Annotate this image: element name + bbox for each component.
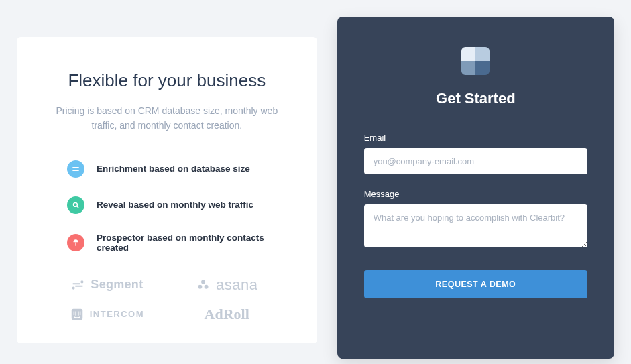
message-field[interactable]	[364, 204, 587, 247]
logo-segment: Segment	[70, 278, 143, 292]
logo-intercom: INTERCOM	[70, 307, 144, 322]
svg-point-1	[82, 281, 83, 282]
email-label: Email	[364, 133, 587, 143]
feature-item: Enrichment based on database size	[67, 160, 290, 178]
logo-label: AdRoll	[205, 306, 249, 323]
svg-point-0	[74, 202, 78, 206]
logo-adroll: AdRoll	[205, 306, 249, 323]
asana-icon	[196, 278, 211, 292]
form-title: Get Started	[364, 90, 587, 107]
svg-point-4	[198, 285, 202, 289]
pricing-subtitle: Pricing is based on CRM database size, m…	[44, 103, 290, 133]
pricing-info-card: Flexible for your business Pricing is ba…	[17, 37, 317, 343]
feature-list: Enrichment based on database size Reveal…	[67, 160, 290, 253]
email-field[interactable]	[364, 148, 587, 174]
message-label: Message	[364, 189, 587, 199]
feature-item: Prospector based on monthly contacts cre…	[67, 233, 290, 253]
logo-asana: asana	[196, 276, 257, 294]
get-started-card: Get Started Email Message REQUEST A DEMO	[337, 17, 614, 359]
enrichment-icon	[67, 160, 84, 178]
svg-point-5	[205, 285, 209, 289]
logo-label: Segment	[91, 278, 143, 292]
feature-label: Prospector based on monthly contacts cre…	[97, 233, 290, 253]
segment-icon	[70, 278, 85, 292]
feature-label: Enrichment based on database size	[97, 164, 250, 174]
feature-item: Reveal based on monthly web traffic	[67, 196, 290, 214]
reveal-icon	[67, 196, 84, 214]
feature-label: Reveal based on monthly web traffic	[97, 200, 253, 210]
customer-logos: Segment asana INTERCOM AdRoll	[44, 276, 290, 323]
pricing-title: Flexible for your business	[44, 70, 290, 91]
intercom-icon	[70, 307, 84, 322]
logo-label: INTERCOM	[90, 309, 144, 319]
logo-label: asana	[216, 276, 257, 294]
prospector-icon	[67, 234, 84, 251]
clearbit-logo-icon	[461, 47, 490, 75]
svg-point-3	[201, 280, 205, 284]
svg-point-2	[73, 287, 74, 288]
request-demo-button[interactable]: REQUEST A DEMO	[364, 270, 587, 298]
